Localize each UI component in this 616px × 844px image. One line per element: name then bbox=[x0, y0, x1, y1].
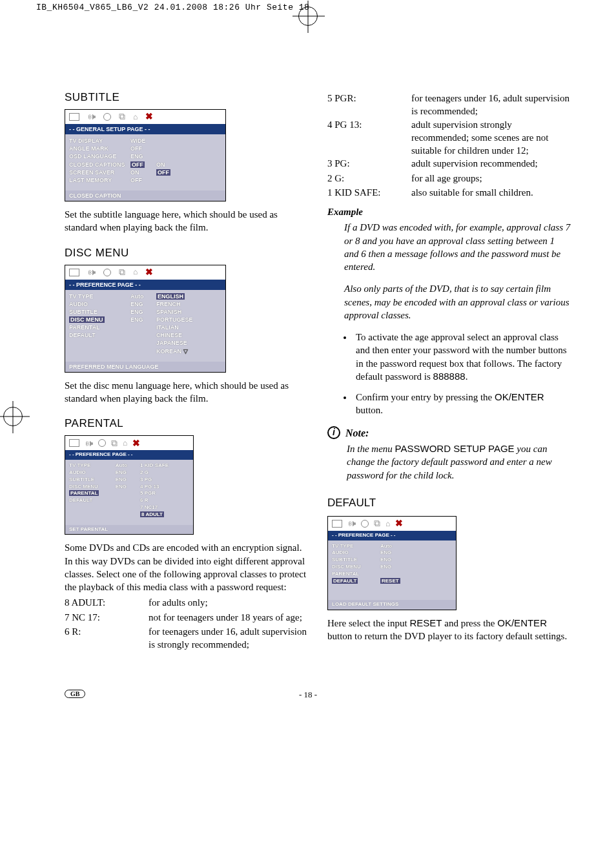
subtitle-icon: ⧉ bbox=[119, 266, 125, 278]
print-header: IB_KH6504_V865_LB6_V2 24.01.2008 18:26 U… bbox=[36, 3, 309, 12]
registration-mark-icon bbox=[3, 407, 23, 426]
menu-title: - - GENERAL SETUP PAGE - - bbox=[65, 124, 225, 134]
left-column: SUBTITLE 🕪 ⧉ ⌂ ✖ - - GENERAL SETUP PAGE … bbox=[65, 90, 308, 655]
note-body: In the menu PASSWORD SETUP PAGE you can … bbox=[347, 442, 571, 482]
speaker-icon: 🕪 bbox=[87, 111, 96, 123]
language-badge: GB bbox=[65, 690, 85, 698]
discmenu-paragraph: Set the disc menu language here, which s… bbox=[65, 379, 308, 406]
parental-screenshot: 🕪⧉⌂✖ - - PREFERENCE PAGE - - TV TYPEAuto… bbox=[65, 435, 194, 535]
right-column: 5 PGR:for teenagers under 16, adult supe… bbox=[327, 90, 571, 655]
disc-icon bbox=[103, 269, 111, 276]
default-paragraph: Here select the input RESET and press th… bbox=[327, 617, 571, 643]
close-icon: ✖ bbox=[395, 517, 403, 530]
subtitle-icon: ⧉ bbox=[111, 437, 118, 449]
close-icon: ✖ bbox=[132, 437, 140, 449]
speaker-icon: 🕪 bbox=[85, 438, 93, 449]
subtitle-paragraph: Set the subtitle language here, which sh… bbox=[65, 208, 308, 234]
list-item: Confirm your entry by pressing the OK/EN… bbox=[353, 391, 571, 417]
parental-heading: PARENTAL bbox=[65, 417, 308, 431]
parental-ratings-list: 8 ADULT:for adults only; 7 NC 17:not for… bbox=[65, 596, 308, 651]
disc-icon bbox=[98, 439, 106, 447]
chevron-down-icon: ▽ bbox=[183, 348, 188, 355]
default-screenshot: 🕪⧉⌂✖ - - PREFERENCE PAGE - - TV TYPEAuto… bbox=[327, 516, 457, 610]
lock-icon: ⌂ bbox=[133, 267, 138, 277]
disc-icon bbox=[103, 113, 111, 121]
default-heading: DEFAULT bbox=[327, 496, 571, 511]
parental-paragraph: Some DVDs and CDs are encoded with an en… bbox=[65, 541, 308, 593]
speaker-icon: 🕪 bbox=[347, 518, 356, 530]
menu-footer: CLOSED CAPTION bbox=[65, 190, 225, 201]
disc-icon bbox=[361, 520, 369, 528]
tv-icon bbox=[332, 520, 342, 528]
close-icon: ✖ bbox=[145, 110, 153, 123]
tv-icon bbox=[69, 439, 79, 447]
speaker-icon: 🕪 bbox=[87, 267, 96, 278]
example-paragraph: If a DVD was encoded with, for example, … bbox=[344, 221, 571, 273]
menu-iconbar: 🕪 ⧉ ⌂ ✖ bbox=[65, 110, 225, 124]
example-paragraph: Also only parts of the DVD, that is to s… bbox=[344, 282, 571, 322]
menu-body: TV DISPLAYWIDE ANGLE MARKOFF OSD LANGUAG… bbox=[65, 134, 225, 190]
instruction-list: To activate the age approval select an a… bbox=[327, 331, 571, 417]
page-number: - 18 - bbox=[65, 690, 551, 700]
subtitle-icon: ⧉ bbox=[119, 110, 125, 123]
tv-icon bbox=[69, 269, 79, 276]
lock-icon: ⌂ bbox=[123, 438, 127, 448]
lock-icon: ⌂ bbox=[133, 112, 138, 122]
close-icon: ✖ bbox=[145, 266, 153, 278]
registration-mark-icon bbox=[298, 6, 318, 26]
list-item: To activate the age approval select an a… bbox=[353, 331, 571, 383]
lock-icon: ⌂ bbox=[385, 519, 390, 529]
note-heading: Note: bbox=[345, 426, 369, 440]
subtitle-icon: ⧉ bbox=[374, 517, 380, 530]
info-icon: i bbox=[327, 426, 340, 439]
discmenu-heading: DISC MENU bbox=[65, 246, 308, 261]
discmenu-screenshot: 🕪⧉⌂✖ - - PREFERENCE PAGE - - TV TYPEAuto… bbox=[65, 265, 226, 373]
subtitle-menu-screenshot: 🕪 ⧉ ⌂ ✖ - - GENERAL SETUP PAGE - - TV DI… bbox=[65, 109, 226, 201]
parental-ratings-list-cont: 5 PGR:for teenagers under 16, adult supe… bbox=[327, 92, 571, 200]
example-heading: Example bbox=[327, 205, 571, 218]
tv-icon bbox=[69, 113, 79, 121]
subtitle-heading: SUBTITLE bbox=[65, 90, 308, 105]
